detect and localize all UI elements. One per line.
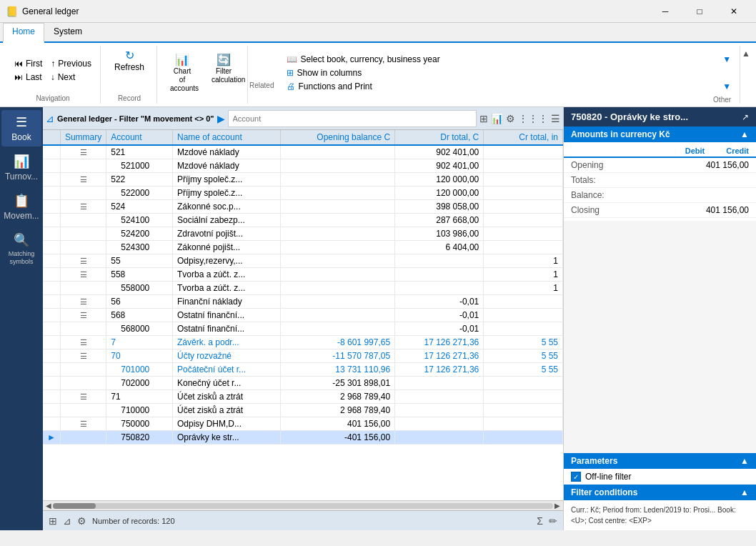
row-indicator: ► xyxy=(43,431,60,445)
filter-funnel-icon[interactable]: ⊿ xyxy=(46,113,54,124)
collapse-params-icon[interactable]: ▲ xyxy=(740,456,749,466)
tab-system[interactable]: System xyxy=(44,23,91,43)
functions-print-button[interactable]: 🖨 Functions and Print ▼ xyxy=(284,80,734,93)
row-cr-total xyxy=(484,241,563,254)
functions-print-label: Functions and Print xyxy=(298,81,372,91)
table-row[interactable]: ☰ 522 Příjmy společ.z... 120 000,00 xyxy=(43,173,563,187)
first-button[interactable]: ⏮ First xyxy=(11,57,45,70)
sum-icon[interactable]: Σ xyxy=(537,515,543,527)
select-book-label: Select book, currency, business year xyxy=(300,54,439,64)
col-opening[interactable]: Opening balance C xyxy=(280,130,394,145)
row-opening: 2 968 789,40 xyxy=(280,390,394,404)
menu-icon[interactable]: ☰ xyxy=(551,113,560,124)
table-row[interactable]: 522000 Příjmy společ.z... 120 000,00 xyxy=(43,187,563,200)
col-name[interactable]: Name of account xyxy=(173,130,281,145)
row-dr-total: -0,01 xyxy=(395,295,484,309)
table-row[interactable]: 702000 Konečný účet r... -25 301 898,01 xyxy=(43,377,563,390)
col-s xyxy=(43,130,60,145)
last-button[interactable]: ⏭ Last xyxy=(11,71,45,84)
panel-col-headers: Debit Credit xyxy=(564,145,756,158)
account-search-input[interactable] xyxy=(228,110,477,127)
table-row[interactable]: ☰ 70 Účty rozvažné -11 570 787,05 17 126… xyxy=(43,349,563,363)
filter-active-icon[interactable]: ⊿ xyxy=(63,515,71,527)
row-cr-total: 5 55 xyxy=(484,363,563,377)
row-dr-total: 17 126 271,36 xyxy=(395,363,484,377)
col-dr-total[interactable]: Dr total, C xyxy=(395,130,484,145)
filter-calc-icon: 🔄 xyxy=(217,54,231,66)
grid-view-icon[interactable]: ⊞ xyxy=(479,113,488,124)
row-opening xyxy=(280,295,394,309)
row-cr-total: 5 55 xyxy=(484,336,563,349)
scroll-left-icon[interactable]: ◀ xyxy=(44,502,53,510)
table-row[interactable]: 524100 Sociální zabezp... 287 668,00 xyxy=(43,214,563,227)
col-summary[interactable]: Summary xyxy=(60,130,106,145)
external-link-icon[interactable]: ↗ xyxy=(742,112,749,122)
table-row[interactable]: ► 750820 Oprávky ke str... -401 156,00 xyxy=(43,431,563,445)
next-button[interactable]: ↓ Next xyxy=(48,71,79,84)
table-row[interactable]: 710000 Účet zisků a ztrát 2 968 789,40 xyxy=(43,404,563,417)
view-toggle-icon[interactable]: ⊞ xyxy=(49,515,57,527)
table-row[interactable]: 524300 Zákonné pojišt... 6 404,00 xyxy=(43,241,563,254)
table-row[interactable]: ☰ 56 Finanční náklady -0,01 xyxy=(43,295,563,309)
table-row[interactable]: 701000 Počáteční účet r... 13 731 110,96… xyxy=(43,363,563,377)
columns-icon[interactable]: ⋮⋮⋮ xyxy=(518,113,548,124)
table-row[interactable]: 521000 Mzdové náklady 902 401,00 xyxy=(43,159,563,173)
row-cr-total xyxy=(484,417,563,431)
maximize-button[interactable]: □ xyxy=(683,1,716,21)
table-row[interactable]: ☰ 568 Ostatní finanční... -0,01 xyxy=(43,309,563,322)
row-dr-total xyxy=(395,404,484,417)
columns-icon: ⊞ xyxy=(287,68,294,78)
sidebar-matching-label: Matching symbols xyxy=(4,250,39,266)
col-cr-total[interactable]: Cr total, in xyxy=(484,130,563,145)
offline-filter-checkbox[interactable]: ✓ xyxy=(571,472,581,482)
last-icon: ⏭ xyxy=(14,72,23,82)
ribbon-collapse-button[interactable]: ▲ xyxy=(742,49,750,59)
previous-button[interactable]: ↑ Previous xyxy=(48,57,94,70)
table-row[interactable]: ☰ 558 Tvorba a zúčt. z... 1 xyxy=(43,268,563,282)
chart-view-icon[interactable]: 📊 xyxy=(491,113,503,124)
sidebar-item-movement[interactable]: 📋 Movem... xyxy=(1,189,41,225)
table-row[interactable]: ☰ 521 Mzdové náklady 902 401,00 xyxy=(43,145,563,159)
sidebar-item-book[interactable]: ☰ Book xyxy=(1,110,41,147)
tab-home[interactable]: Home xyxy=(3,23,44,43)
table-row[interactable]: ☰ 55 Odpisy,rezervy,... 1 xyxy=(43,254,563,268)
scroll-thumb[interactable] xyxy=(53,503,96,509)
row-indicator xyxy=(43,241,60,254)
table-row[interactable]: ☰ 750000 Odpisy DHM,D... 401 156,00 xyxy=(43,417,563,431)
table-row[interactable]: ☰ 524 Zákonné soc.p... 398 058,00 xyxy=(43,200,563,214)
chart-label: Chart of accounts xyxy=(170,67,199,92)
refresh-button[interactable]: ↻ Refresh xyxy=(108,46,151,75)
row-name: Mzdové náklady xyxy=(173,145,281,159)
settings-icon[interactable]: ⚙ xyxy=(506,113,515,124)
horizontal-scrollbar[interactable]: ◀ ▶ xyxy=(43,500,563,510)
select-book-button[interactable]: 📖 Select book, currency, business year ▼ xyxy=(284,53,734,66)
collapse-amounts-icon[interactable]: ▲ xyxy=(740,129,749,139)
minimize-button[interactable]: ─ xyxy=(649,1,682,21)
table-row[interactable]: 524200 Zdravotní pojišt... 103 986,00 xyxy=(43,227,563,241)
close-button[interactable]: ✕ xyxy=(717,1,750,21)
filter-arrow[interactable]: ▶ xyxy=(217,113,225,124)
table-row[interactable]: ☰ 71 Účet zisků a ztrát 2 968 789,40 xyxy=(43,390,563,404)
row-indicator xyxy=(43,417,60,431)
totals-label: Totals: xyxy=(571,175,596,185)
table-row[interactable]: 558000 Tvorba a zúčt. z... 1 xyxy=(43,282,563,295)
offline-filter-row[interactable]: ✓ Off-line filter xyxy=(564,469,756,485)
row-dr-total: 103 986,00 xyxy=(395,227,484,241)
scroll-right-icon[interactable]: ▶ xyxy=(553,502,562,510)
row-summary-icon: ☰ xyxy=(60,254,106,268)
filter-calculation-button[interactable]: 🔄 Filter calculation xyxy=(206,50,242,86)
table-row[interactable]: 568000 Ostatní finanční... -0,01 xyxy=(43,322,563,336)
ribbon-toolbar: ⏮ First ↑ Previous ⏭ Last ↓ Next Navi xyxy=(0,43,756,107)
table-row[interactable]: ☰ 7 Závěrk. a podr... -8 601 997,65 17 1… xyxy=(43,336,563,349)
chart-of-accounts-button[interactable]: 📊 Chart of accounts xyxy=(164,50,200,95)
sidebar-item-turnover[interactable]: 📊 Turnov... xyxy=(1,149,41,186)
scroll-track[interactable] xyxy=(53,503,553,509)
edit-icon[interactable]: ✏ xyxy=(549,515,557,527)
show-in-columns-button[interactable]: ⊞ Show in columns xyxy=(284,66,734,79)
row-opening xyxy=(280,268,394,282)
col-account[interactable]: Account xyxy=(106,130,173,145)
sidebar-item-matching-symbols[interactable]: 🔍 Matching symbols xyxy=(1,228,41,270)
collapse-filter-icon[interactable]: ▲ xyxy=(740,487,749,497)
row-dr-total: -0,01 xyxy=(395,309,484,322)
row-opening: 401 156,00 xyxy=(280,417,394,431)
